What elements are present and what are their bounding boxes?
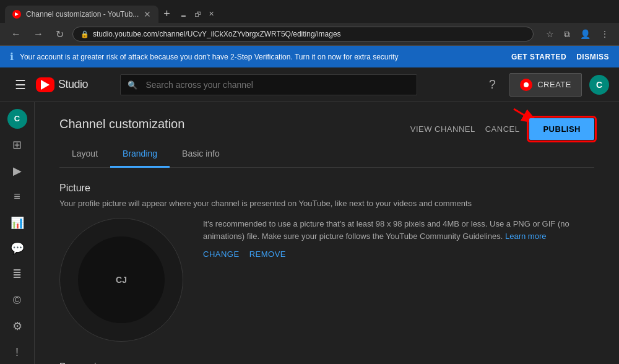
picture-recommendation: It's recommended to use a picture that's… [203, 218, 594, 242]
banner-actions: GET STARTED DISMISS [511, 53, 609, 61]
search-icon: 🔍 [128, 80, 137, 89]
sidebar-item-avatar[interactable]: C [2, 107, 32, 131]
avatar[interactable]: C [589, 75, 609, 95]
tab-branding[interactable]: Branding [110, 141, 170, 168]
picture-actions: CHANGE REMOVE [203, 249, 594, 259]
record-icon [520, 79, 532, 91]
feedback-icon: ! [15, 346, 19, 359]
picture-title: Picture [59, 183, 594, 194]
address-bar[interactable]: 🔒 studio.youtube.com/channel/UCvY_ilCkXo… [72, 27, 534, 41]
profile-picture-inner: CJ [78, 236, 165, 323]
window-controls: 🗕 🗗 ✕ [175, 7, 219, 20]
subtitles-icon: ≣ [12, 267, 22, 281]
minimize-button[interactable]: 🗕 [180, 11, 187, 18]
change-picture-button[interactable]: CHANGE [203, 249, 240, 259]
menu-button[interactable]: ⋮ [598, 28, 612, 40]
create-label: CREATE [537, 80, 571, 89]
picture-description: Your profile picture will appear where y… [59, 199, 594, 208]
action-buttons: VIEW CHANNEL CANCEL PUBLISH [410, 118, 594, 140]
sidebar-item-playlists[interactable]: ≡ [2, 185, 32, 209]
hamburger-button[interactable]: ☰ [10, 75, 31, 95]
sidebar-item-analytics[interactable]: 📊 [2, 211, 32, 235]
dismiss-button[interactable]: DISMISS [576, 53, 609, 61]
tab-branding-label: Branding [123, 149, 157, 158]
top-bar: Channel customization VIEW CHANNEL [59, 117, 594, 141]
studio-label: Studio [58, 78, 88, 91]
comments-icon: 💬 [11, 241, 24, 255]
remove-picture-button[interactable]: REMOVE [249, 249, 286, 259]
banner-text: Your account is at greater risk of attac… [20, 53, 505, 61]
profile-picture-container: CJ [59, 218, 183, 342]
analytics-icon: 📊 [11, 216, 24, 230]
refresh-button[interactable]: ↻ [52, 27, 67, 41]
studio-header: ☰ Studio 🔍 ? CREATE C [0, 67, 619, 102]
sidebar-item-dashboard[interactable]: ⊞ [2, 133, 32, 157]
page-title-wrap: Channel customization [59, 117, 184, 141]
settings-icon: ⚙ [12, 319, 22, 333]
close-button[interactable]: ✕ [209, 10, 214, 18]
banner-section: Banner image This image will appear acro… [59, 362, 594, 364]
sidebar-item-subtitles[interactable]: ≣ [2, 262, 32, 286]
info-icon: ℹ [10, 51, 14, 63]
back-button[interactable]: ← [7, 27, 25, 41]
tab-layout-label: Layout [72, 149, 98, 158]
browser-chrome: ▶ Channel customization - YouTub... ✕ + … [0, 0, 619, 46]
studio-logo: Studio [36, 77, 88, 92]
main-layout: C ⊞ ▶ ≡ 📊 💬 ≣ © ⚙ ! [0, 102, 619, 364]
picture-section: Picture Your profile picture will appear… [59, 183, 594, 342]
search-bar: 🔍 [120, 74, 417, 95]
browser-tab[interactable]: ▶ Channel customization - YouTub... ✕ [5, 6, 158, 23]
extensions-button[interactable]: ⧉ [561, 28, 573, 41]
picture-area: CJ It's recommended to use a picture tha… [59, 218, 594, 342]
picture-info: It's recommended to use a picture that's… [203, 218, 594, 259]
profile-button[interactable]: 👤 [578, 28, 593, 40]
tabs: Layout Branding Basic info [59, 141, 594, 168]
playlists-icon: ≡ [14, 190, 20, 203]
browser-tab-bar: ▶ Channel customization - YouTub... ✕ + … [0, 0, 619, 23]
lock-icon: 🔒 [80, 30, 89, 38]
nav-icons: ☆ ⧉ 👤 ⋮ [543, 28, 612, 41]
url-text: studio.youtube.com/channel/UCvY_ilCkXoZY… [93, 30, 526, 38]
view-channel-link[interactable]: VIEW CHANNEL [410, 124, 475, 134]
sidebar-item-feedback[interactable]: ! [2, 340, 32, 364]
copyright-icon: © [13, 294, 21, 307]
profile-initials: CJ [116, 275, 127, 285]
new-tab-button[interactable]: + [158, 5, 175, 23]
tab-layout[interactable]: Layout [59, 141, 110, 168]
sidebar-item-comments[interactable]: 💬 [2, 237, 32, 261]
header-right: ? CREATE C [482, 73, 609, 97]
bookmark-button[interactable]: ☆ [543, 28, 556, 40]
sidebar: C ⊞ ▶ ≡ 📊 💬 ≣ © ⚙ ! [0, 102, 35, 364]
sidebar-item-content[interactable]: ▶ [2, 159, 32, 183]
page-title: Channel customization [59, 117, 184, 131]
favicon: ▶ [12, 10, 21, 19]
sidebar-avatar: C [7, 109, 27, 129]
create-button[interactable]: CREATE [509, 73, 582, 97]
maximize-button[interactable]: 🗗 [194, 11, 201, 18]
publish-button[interactable]: PUBLISH [529, 118, 594, 140]
content-area: Channel customization VIEW CHANNEL [35, 102, 619, 364]
content-icon: ▶ [13, 164, 22, 178]
picture-learn-more-link[interactable]: Learn more [505, 232, 546, 241]
tab-title: Channel customization - YouTub... [26, 10, 139, 19]
security-banner: ℹ Your account is at greater risk of att… [0, 46, 619, 67]
help-button[interactable]: ? [482, 75, 502, 95]
play-icon [41, 80, 50, 90]
sidebar-item-copyright[interactable]: © [2, 288, 32, 312]
banner-title: Banner image [59, 362, 594, 364]
dashboard-icon: ⊞ [12, 138, 22, 152]
forward-button[interactable]: → [30, 27, 47, 41]
sidebar-item-settings[interactable]: ⚙ [2, 314, 32, 338]
get-started-button[interactable]: GET STARTED [511, 53, 566, 61]
tab-basic-info[interactable]: Basic info [170, 141, 232, 168]
search-input[interactable] [120, 74, 417, 95]
tab-basic-info-label: Basic info [182, 149, 220, 158]
tab-close-button[interactable]: ✕ [144, 9, 151, 19]
youtube-logo [36, 77, 54, 92]
record-dot [524, 82, 529, 87]
browser-nav: ← → ↻ 🔒 studio.youtube.com/channel/UCvY_… [0, 23, 619, 46]
